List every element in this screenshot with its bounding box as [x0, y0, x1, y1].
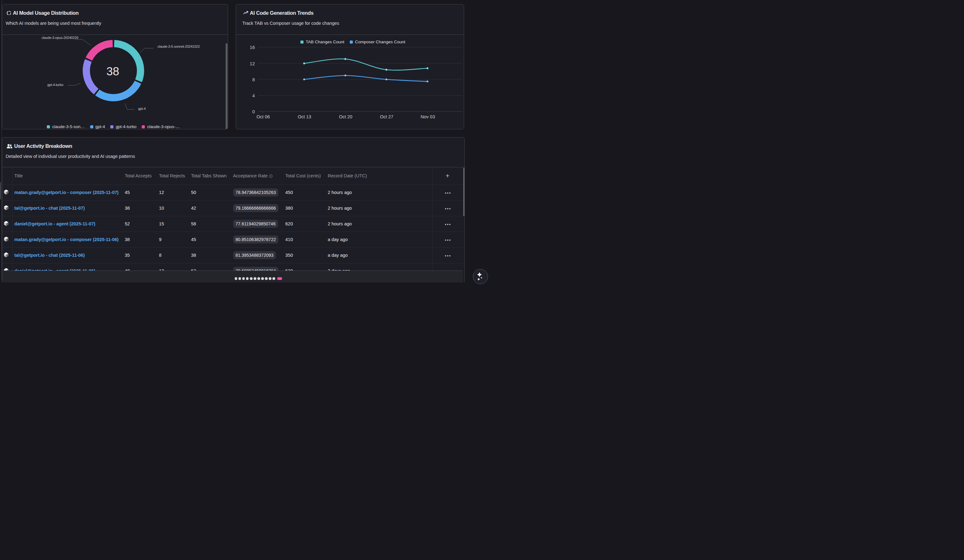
- svg-text:38: 38: [106, 65, 119, 78]
